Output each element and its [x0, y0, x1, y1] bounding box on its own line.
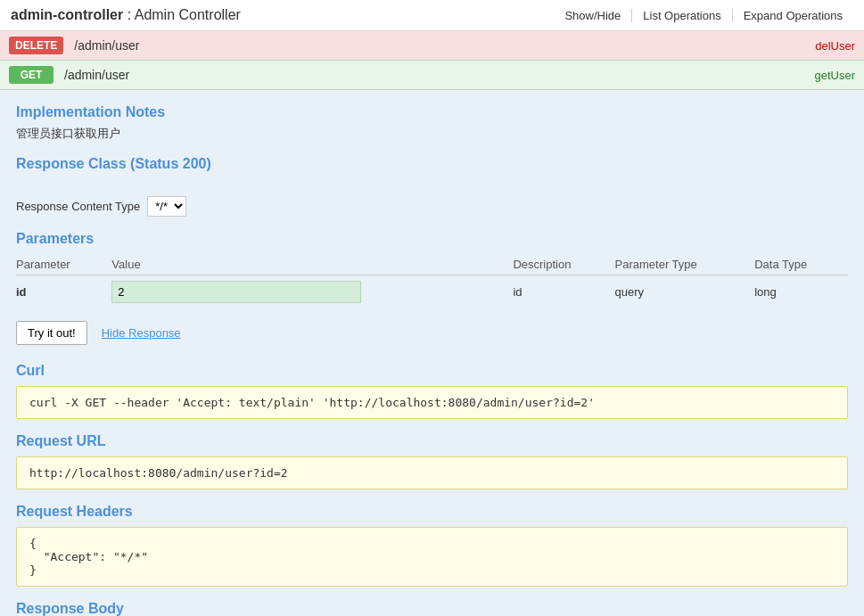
response-class-title: Response Class (Status 200): [16, 156, 848, 172]
response-body-title: Response Body: [16, 601, 848, 616]
request-url-value: http://localhost:8080/admin/user?id=2: [16, 456, 848, 489]
list-operations-link[interactable]: List Operations: [631, 9, 731, 22]
delete-method-row[interactable]: DELETE /admin/user delUser: [0, 31, 864, 61]
param-value[interactable]: [111, 275, 513, 309]
expand-operations-link[interactable]: Expand Operations: [732, 9, 853, 22]
col-description: Description: [513, 254, 614, 275]
parameters-table: Parameter Value Description Parameter Ty…: [16, 254, 848, 308]
content-area: Implementation Notes 管理员接口获取用户 Response …: [0, 90, 864, 616]
controller-separator: :: [128, 7, 135, 22]
params-header-row: Parameter Value Description Parameter Ty…: [16, 254, 848, 275]
parameters-title: Parameters: [16, 231, 848, 247]
controller-title: admin-controller : Admin Controller: [11, 7, 241, 23]
controller-label: Admin Controller: [135, 7, 241, 22]
delete-badge: DELETE: [9, 37, 63, 54]
try-it-row: Try it out! Hide Response: [16, 321, 848, 345]
param-type: query: [615, 275, 755, 309]
top-header: admin-controller : Admin Controller Show…: [0, 0, 864, 31]
delete-label: delUser: [815, 39, 855, 53]
col-parameter: Parameter: [16, 254, 111, 275]
implementation-notes-title: Implementation Notes: [16, 104, 848, 120]
top-nav: Show/Hide List Operations Expand Operati…: [554, 9, 853, 22]
table-row: id id query long: [16, 275, 848, 309]
request-headers-value: { "Accept": "*/*" }: [16, 527, 848, 587]
implementation-notes-description: 管理员接口获取用户: [16, 126, 848, 142]
request-url-title: Request URL: [16, 433, 848, 449]
hide-response-link[interactable]: Hide Response: [102, 326, 181, 340]
request-headers-title: Request Headers: [16, 504, 848, 520]
try-it-button[interactable]: Try it out!: [16, 321, 87, 345]
col-value: Value: [111, 254, 513, 275]
param-name: id: [16, 275, 111, 309]
curl-title: Curl: [16, 363, 848, 379]
content-type-label: Response Content Type: [16, 200, 140, 213]
get-label: getUser: [814, 69, 855, 82]
curl-value: curl -X GET --header 'Accept: text/plain…: [16, 386, 848, 419]
param-data-type: long: [754, 275, 848, 309]
get-badge: GET: [9, 66, 53, 84]
controller-name: admin-controller: [11, 7, 123, 22]
get-method-row[interactable]: GET /admin/user getUser: [0, 61, 864, 90]
delete-path: /admin/user: [74, 38, 815, 53]
param-description: id: [513, 275, 614, 309]
get-path: /admin/user: [64, 68, 814, 82]
content-type-row: Response Content Type */*: [16, 196, 848, 217]
col-parameter-type: Parameter Type: [615, 254, 755, 275]
show-hide-link[interactable]: Show/Hide: [554, 9, 631, 22]
col-data-type: Data Type: [754, 254, 848, 275]
content-type-select[interactable]: */*: [147, 196, 186, 217]
